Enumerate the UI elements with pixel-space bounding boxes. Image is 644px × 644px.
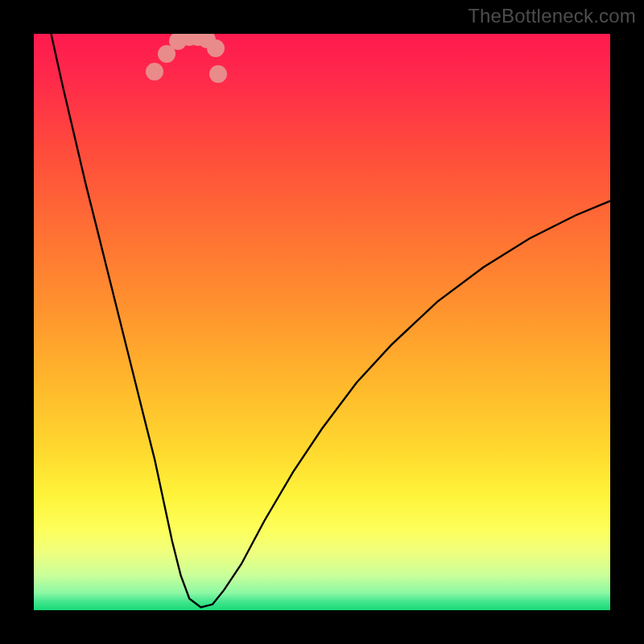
watermark: TheBottleneck.com — [468, 5, 636, 27]
marker-dot — [146, 63, 163, 80]
plot-area — [34, 34, 610, 610]
marker-dot — [209, 65, 227, 83]
chart-frame: TheBottleneck.com — [0, 0, 644, 644]
marker-dot — [207, 39, 225, 57]
marker-dots-group — [34, 34, 610, 610]
